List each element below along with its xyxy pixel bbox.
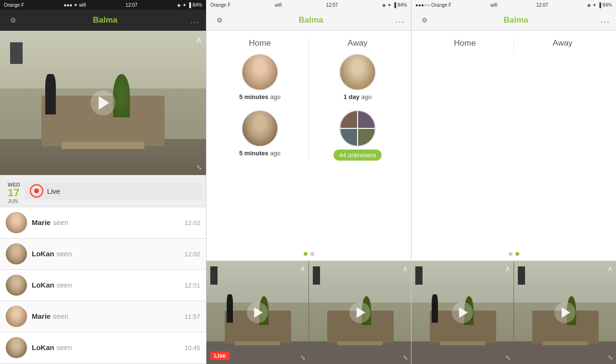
settings-icon-1[interactable]: ⚙ bbox=[6, 16, 20, 24]
unknowns-grid bbox=[340, 110, 375, 147]
timeline-item[interactable]: LoKan seen 12:01 bbox=[0, 270, 206, 301]
thumb-collapse-2-2[interactable]: ∧ bbox=[402, 264, 408, 273]
wifi-icon-2: wifi bbox=[275, 2, 282, 8]
timeline-item[interactable]: LoKan seen 10:45 bbox=[0, 332, 206, 364]
avatar-lokan-large bbox=[242, 110, 278, 147]
app-header-2: ⚙ Balma ... bbox=[206, 10, 411, 31]
unknowns-badge[interactable]: 44 unknowns bbox=[334, 150, 382, 161]
marie-time: 5 minutes ago bbox=[239, 93, 281, 100]
dot-3-active[interactable] bbox=[515, 252, 519, 256]
thumb-expand-2-2[interactable]: ⤡ bbox=[403, 354, 408, 361]
avatar-girl-large bbox=[339, 54, 376, 90]
thumb-play-3-2[interactable] bbox=[554, 302, 576, 323]
right-icons-3: ◈ ✦ ▐ 84% bbox=[587, 2, 612, 8]
day-num: 17 bbox=[8, 188, 20, 198]
video-thumb-3-2[interactable]: ∧ ⤡ bbox=[513, 261, 616, 364]
dot-1-inactive[interactable] bbox=[310, 252, 314, 256]
thumb-expand-3-2[interactable]: ⤡ bbox=[608, 354, 613, 361]
bt-icon-3: ✦ bbox=[592, 2, 596, 8]
live-dot-outer bbox=[30, 185, 43, 197]
settings-icon-3[interactable]: ⚙ bbox=[417, 16, 432, 24]
timeline-item[interactable]: Marie seen 11:57 bbox=[0, 301, 206, 332]
face-marie-1 bbox=[6, 212, 27, 233]
thumb-expand-3-1[interactable]: ⤡ bbox=[505, 354, 511, 361]
face-lokan-1 bbox=[6, 243, 27, 264]
thumb-ceiling-2-1 bbox=[206, 261, 308, 302]
app-header-3: ⚙ Balma ... bbox=[411, 10, 616, 31]
thumb-person-2-1 bbox=[227, 294, 233, 323]
timeline-text-5: LoKan seen bbox=[32, 343, 180, 352]
video-thumb-2-1[interactable]: ∧ ⤡ Live bbox=[206, 261, 308, 364]
settings-icon-2[interactable]: ⚙ bbox=[212, 16, 227, 24]
person-name-5: LoKan bbox=[32, 343, 54, 351]
thumb-expand-2-1[interactable]: ⤡ bbox=[300, 354, 306, 361]
more-icon-2[interactable]: ... bbox=[395, 15, 405, 25]
wifi-icon: wifi bbox=[79, 2, 86, 8]
time-text-2: 12:02 bbox=[184, 251, 200, 258]
thumb-table-3-2 bbox=[542, 341, 587, 346]
thumb-lamp-2-2 bbox=[313, 266, 320, 285]
timeline-item[interactable]: LoKan seen 12:02 bbox=[0, 238, 206, 270]
person-name-2: LoKan bbox=[32, 250, 54, 258]
battery-icon-3: ▐ bbox=[598, 2, 601, 8]
carrier-3: ●●●○○ Orange F bbox=[415, 2, 451, 8]
thumb-lamp-3-2 bbox=[518, 266, 525, 285]
play-button-1[interactable] bbox=[90, 90, 116, 115]
girl-time: 1 day ago bbox=[344, 93, 372, 100]
thumb-play-2-2[interactable] bbox=[349, 302, 371, 323]
thumb-collapse-3-1[interactable]: ∧ bbox=[505, 264, 511, 273]
dot-1-active[interactable] bbox=[304, 252, 308, 256]
time-2: 12:07 bbox=[326, 2, 338, 8]
seen-text-2: seen bbox=[56, 250, 72, 258]
video-collapse-btn-1[interactable]: ∧ bbox=[196, 35, 202, 45]
thumb-table-3-1 bbox=[440, 341, 485, 346]
unknown-face-3 bbox=[340, 128, 358, 147]
person-card-unknowns[interactable]: 44 unknowns bbox=[334, 110, 382, 161]
presence-spacer-3 bbox=[411, 54, 616, 247]
gps-icon-2: ◈ bbox=[382, 2, 386, 8]
person-name-4: Marie bbox=[32, 312, 51, 320]
gps-icon-3: ◈ bbox=[587, 2, 591, 8]
thumb-lamp-2-1 bbox=[210, 266, 218, 285]
seen-text-3: seen bbox=[56, 281, 72, 289]
thumb-collapse-2-1[interactable]: ∧ bbox=[300, 264, 306, 273]
bt-icon-2: ✦ bbox=[387, 2, 391, 8]
thumb-person-3-1 bbox=[432, 294, 438, 323]
timeline-item[interactable]: Marie seen 12:02 bbox=[0, 207, 206, 238]
person-card-girl[interactable]: 1 day ago bbox=[339, 54, 376, 100]
status-bar-3: ●●●○○ Orange F wifi 12:07 ◈ ✦ ▐ 84% bbox=[411, 0, 616, 10]
battery-pct-2: 84% bbox=[398, 2, 407, 8]
away-title: Away bbox=[347, 38, 367, 48]
avatar-unknowns bbox=[339, 110, 376, 147]
status-bar-2: Orange F wifi 12:07 ◈ ✦ ▐ 84% bbox=[206, 0, 411, 10]
battery-icon-2: ▐ bbox=[393, 2, 396, 8]
thumb-ceiling-3-1 bbox=[411, 261, 513, 302]
person-card-lokan[interactable]: 5 minutes ago bbox=[239, 110, 281, 157]
thumb-play-3-1[interactable] bbox=[452, 302, 473, 323]
timeline-date: WED 17 JUN bbox=[4, 178, 24, 204]
panel-1: Orange F ●●● ✦ wifi 12:07 ◈ ✦ ▐ 84% ⚙ Ba… bbox=[0, 0, 206, 364]
thumb-collapse-3-2[interactable]: ∧ bbox=[607, 264, 613, 273]
away-people: 1 day ago 44 unknowns bbox=[314, 54, 401, 161]
live-item[interactable]: Live bbox=[24, 182, 202, 200]
wifi-icon-3: wifi bbox=[490, 2, 497, 8]
unknown-face-2 bbox=[358, 110, 375, 128]
app-title-1: Balma bbox=[20, 15, 190, 25]
video-expand-btn-1[interactable]: ⤡ bbox=[196, 163, 202, 171]
video-thumb-3-1[interactable]: ∧ ⤡ bbox=[411, 261, 513, 364]
right-icons-1: ◈ ✦ ▐ 84% bbox=[177, 2, 202, 8]
more-icon-3[interactable]: ... bbox=[600, 15, 610, 25]
unknown-face-4 bbox=[358, 128, 375, 147]
dot-3-inactive[interactable] bbox=[509, 252, 513, 256]
more-icon-1[interactable]: ... bbox=[190, 15, 200, 25]
thumb-play-2-1[interactable] bbox=[247, 302, 268, 323]
away-title-3: Away bbox=[552, 38, 572, 48]
battery-pct-3: 84% bbox=[603, 2, 612, 8]
person-card-marie[interactable]: 5 minutes ago bbox=[239, 54, 281, 100]
live-label: Live bbox=[47, 187, 61, 195]
bluetooth-icon: ✦ bbox=[74, 2, 77, 8]
video-thumb-2-2[interactable]: ∧ ⤡ bbox=[308, 261, 411, 364]
live-badge-2-1: Live bbox=[210, 351, 230, 360]
dots-row-3 bbox=[411, 247, 616, 261]
status-icons-3: wifi bbox=[490, 2, 497, 8]
